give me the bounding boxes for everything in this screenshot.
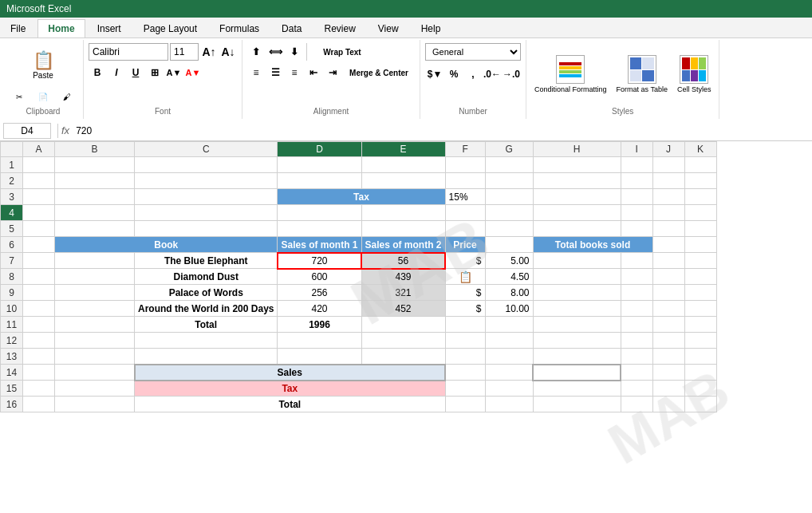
cell-H10[interactable] [533, 301, 621, 317]
copy-button[interactable]: 📄 [32, 88, 54, 105]
cell-F8[interactable]: 📋 [445, 269, 485, 285]
cell-J5[interactable] [652, 221, 684, 237]
cell-I12[interactable] [621, 333, 652, 349]
cell-A8[interactable] [23, 269, 55, 285]
cell-H12[interactable] [533, 333, 621, 349]
cell-F3[interactable]: 15% [445, 189, 485, 205]
cell-H14[interactable] [533, 365, 621, 381]
cell-I4[interactable] [621, 205, 652, 221]
cell-D2[interactable] [278, 173, 361, 189]
currency-button[interactable]: $▼ [426, 65, 443, 83]
cell-I14[interactable] [621, 365, 652, 381]
cell-E9[interactable]: 321 [361, 285, 445, 301]
col-D[interactable]: D [278, 142, 361, 157]
cell-H13[interactable] [533, 349, 621, 365]
italic-button[interactable]: I [108, 64, 125, 81]
cell-B5[interactable] [55, 221, 135, 237]
cell-E10[interactable]: 452 [361, 301, 445, 317]
cell-K1[interactable] [684, 157, 716, 173]
cell-C3[interactable] [135, 189, 278, 205]
tab-help[interactable]: Help [411, 19, 451, 37]
cell-K5[interactable] [684, 221, 716, 237]
cell-G5[interactable] [485, 221, 533, 237]
cell-CDE16[interactable]: Total [135, 397, 446, 412]
cell-B15[interactable] [55, 381, 135, 397]
cell-G3[interactable] [485, 189, 533, 205]
cell-J8[interactable] [652, 269, 684, 285]
align-bottom-button[interactable]: ⬇ [286, 43, 303, 61]
cell-A11[interactable] [23, 317, 55, 333]
cell-D10[interactable]: 420 [278, 301, 361, 317]
cell-I15[interactable] [621, 381, 652, 397]
cell-J6[interactable] [652, 237, 684, 253]
cell-J13[interactable] [652, 349, 684, 365]
cell-I11[interactable] [621, 317, 652, 333]
cell-C4[interactable] [135, 205, 278, 221]
tab-review[interactable]: Review [313, 19, 365, 37]
cell-D4[interactable] [278, 205, 361, 221]
font-color-button[interactable]: A▼ [184, 64, 202, 81]
cell-A16[interactable] [23, 397, 55, 412]
cell-G14[interactable] [485, 365, 533, 381]
cell-H16[interactable] [533, 397, 621, 412]
tab-file[interactable]: File [0, 19, 36, 37]
cell-F13[interactable] [445, 349, 485, 365]
formula-input[interactable] [73, 124, 809, 138]
cell-D5[interactable] [278, 221, 361, 237]
cell-E5[interactable] [361, 221, 445, 237]
tab-formulas[interactable]: Formulas [209, 19, 270, 37]
bold-button[interactable]: B [89, 64, 106, 81]
cell-K6[interactable] [684, 237, 716, 253]
cell-styles-button[interactable]: Cell Styles [674, 53, 715, 95]
border-button[interactable]: ⊞ [146, 64, 164, 81]
cell-G4[interactable] [485, 205, 533, 221]
cell-J15[interactable] [652, 381, 684, 397]
tab-data[interactable]: Data [271, 19, 312, 37]
format-painter-button[interactable]: 🖌 [56, 88, 78, 105]
cell-G15[interactable] [485, 381, 533, 397]
cell-F6[interactable]: Price [445, 237, 485, 253]
cell-G1[interactable] [485, 157, 533, 173]
cell-H3[interactable] [533, 189, 621, 205]
cell-F16[interactable] [445, 397, 485, 412]
cell-K16[interactable] [684, 397, 716, 412]
col-A[interactable]: A [23, 142, 55, 157]
cell-E13[interactable] [361, 349, 445, 365]
cell-HI6[interactable]: Total books sold [533, 237, 652, 253]
font-size-input[interactable] [170, 43, 199, 61]
cell-A13[interactable] [23, 349, 55, 365]
align-center-button[interactable]: ☰ [266, 64, 284, 81]
col-J[interactable]: J [652, 142, 684, 157]
cell-D8[interactable]: 600 [278, 269, 361, 285]
cell-F14[interactable] [445, 365, 485, 381]
cell-G12[interactable] [485, 333, 533, 349]
cell-J4[interactable] [652, 205, 684, 221]
cell-A12[interactable] [23, 333, 55, 349]
cell-C7[interactable]: The Blue Elephant [135, 253, 278, 269]
cell-K15[interactable] [684, 381, 716, 397]
cell-J11[interactable] [652, 317, 684, 333]
cell-DE3[interactable]: Tax [278, 189, 445, 205]
cell-B16[interactable] [55, 397, 135, 412]
cell-G2[interactable] [485, 173, 533, 189]
cell-H5[interactable] [533, 221, 621, 237]
cell-I13[interactable] [621, 349, 652, 365]
align-top-button[interactable]: ⬆ [247, 43, 265, 61]
cut-button[interactable]: ✂ [8, 88, 30, 105]
cell-J12[interactable] [652, 333, 684, 349]
cell-K9[interactable] [684, 285, 716, 301]
align-left-button[interactable]: ≡ [247, 64, 265, 81]
col-E[interactable]: E [361, 142, 445, 157]
cell-K12[interactable] [684, 333, 716, 349]
cell-G8[interactable]: 4.50 [485, 269, 533, 285]
cell-F7[interactable]: $ [445, 253, 485, 269]
cell-BC6[interactable]: Book [55, 237, 278, 253]
cell-C13[interactable] [135, 349, 278, 365]
cell-I7[interactable] [621, 253, 652, 269]
cell-I16[interactable] [621, 397, 652, 412]
cell-J1[interactable] [652, 157, 684, 173]
conditional-formatting-button[interactable]: Conditional Formatting [531, 53, 610, 95]
cell-K2[interactable] [684, 173, 716, 189]
fill-color-button[interactable]: A▼ [165, 64, 183, 81]
cell-D7[interactable]: 720 [278, 253, 361, 269]
